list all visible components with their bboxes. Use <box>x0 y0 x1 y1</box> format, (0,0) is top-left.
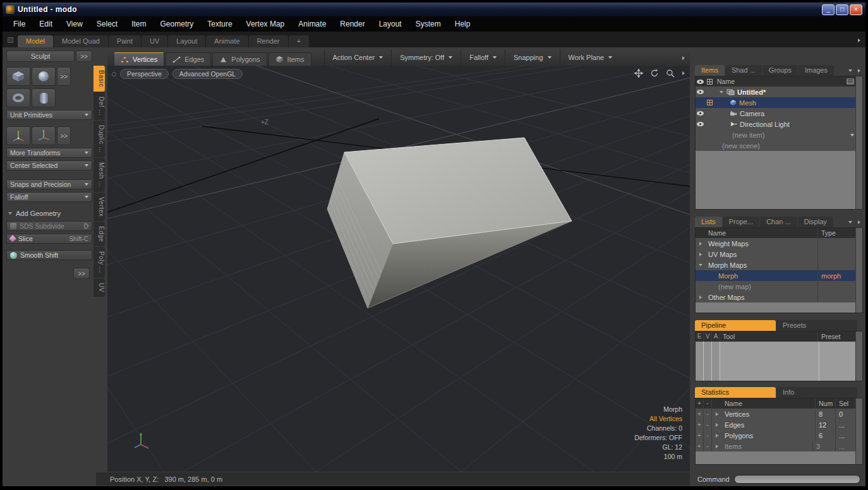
item-row-new-item[interactable]: (new item) <box>696 129 862 140</box>
menu-render[interactable]: Render <box>333 16 371 32</box>
chevron-down-icon[interactable] <box>850 134 854 136</box>
stat-add-button[interactable]: + <box>696 441 704 451</box>
tab-groups[interactable]: Groups <box>763 65 798 76</box>
stat-add-button[interactable]: + <box>696 419 704 430</box>
list-row-other-maps[interactable]: Other Maps <box>696 292 862 302</box>
expander-icon[interactable] <box>699 253 702 256</box>
tab-render[interactable]: Render <box>249 35 288 47</box>
toolbar-overflow-icon[interactable] <box>682 56 685 60</box>
panel-expand-icon[interactable] <box>858 69 860 73</box>
symmetry-dropdown[interactable]: Symmetry: Off <box>391 49 461 66</box>
tab-add[interactable]: + <box>289 35 309 47</box>
close-button[interactable]: × <box>850 4 862 15</box>
expander-icon[interactable] <box>699 264 702 266</box>
statistics-scrollbar[interactable] <box>855 398 862 464</box>
smooth-shift-button[interactable]: Smooth Shift <box>6 250 92 260</box>
panel-expand-icon[interactable] <box>858 220 860 224</box>
list-row-uv-maps[interactable]: UV Maps <box>696 249 862 260</box>
minimize-button[interactable]: _ <box>822 4 835 15</box>
expander-icon[interactable] <box>699 242 702 246</box>
vtab-edge[interactable]: Edge <box>93 222 105 246</box>
stat-row-vertices[interactable]: + - Vertices 8 0 <box>696 409 862 419</box>
tab-lists[interactable]: Lists <box>695 217 722 227</box>
tab-channels[interactable]: Chan ... <box>760 217 797 227</box>
tab-display[interactable]: Display <box>798 217 833 227</box>
rotate-tool-icon[interactable] <box>650 69 659 78</box>
falloff-dropdown[interactable]: Falloff <box>6 192 92 202</box>
tab-animate[interactable]: Animate <box>206 35 248 47</box>
list-row-morph[interactable]: Morph morph <box>696 270 862 281</box>
viewport-3d[interactable]: Perspective Advanced OpenGL +Z Morph All… <box>107 66 690 472</box>
menu-item[interactable]: Item <box>124 16 153 32</box>
expander-icon[interactable] <box>720 91 723 93</box>
mode-edges-button[interactable]: Edges <box>166 52 211 66</box>
command-input[interactable] <box>734 475 860 484</box>
stat-row-polygons[interactable]: + - Polygons 6 ... <box>696 430 862 441</box>
cylinder-primitive-button[interactable] <box>32 88 56 107</box>
zoom-tool-icon[interactable] <box>666 69 675 78</box>
list-row-weight-maps[interactable]: Weight Maps <box>696 238 862 249</box>
tabrow-handle-icon[interactable] <box>8 37 13 43</box>
item-row-mesh[interactable]: Mesh <box>696 97 862 108</box>
viewport-menu-arrow-icon[interactable] <box>682 71 685 75</box>
menu-system[interactable]: System <box>409 16 448 32</box>
items-scrollbar[interactable] <box>855 76 862 209</box>
vtab-mesh[interactable]: Mesh ... <box>93 158 105 192</box>
pipeline-scrollbar[interactable] <box>855 332 862 381</box>
menu-texture[interactable]: Texture <box>200 16 239 32</box>
item-filter-icon[interactable] <box>847 78 854 85</box>
item-row-directional-light[interactable]: Directional Light <box>696 119 862 129</box>
stat-add-button[interactable]: + <box>696 409 704 419</box>
tab-properties[interactable]: Prope... <box>723 217 760 227</box>
menu-view[interactable]: View <box>59 16 90 32</box>
eye-icon[interactable] <box>697 122 704 126</box>
vtab-vertex[interactable]: Vertex <box>93 193 105 221</box>
tab-model-quad[interactable]: Model Quad <box>54 35 108 47</box>
action-center-dropdown[interactable]: Action Center <box>324 49 392 66</box>
titlebar[interactable]: Untitled - modo _ □ × <box>3 3 865 16</box>
snaps-precision-dropdown[interactable]: Snaps and Precision <box>6 179 92 189</box>
vtab-polygon[interactable]: Poly ... <box>93 247 105 278</box>
render-enabled-icon[interactable] <box>707 100 713 105</box>
mode-polygons-button[interactable]: Polygons <box>212 52 267 66</box>
transform-move-button[interactable] <box>32 126 56 145</box>
list-row-morph-maps[interactable]: Morph Maps <box>696 260 862 270</box>
falloff-toolbar-dropdown[interactable]: Falloff <box>461 49 505 66</box>
panel-menu-icon[interactable] <box>848 69 852 72</box>
expander-icon[interactable] <box>716 434 718 438</box>
torus-primitive-button[interactable] <box>6 88 30 107</box>
expander-icon[interactable] <box>699 296 702 299</box>
maximize-button[interactable]: □ <box>836 4 848 15</box>
tab-info[interactable]: Info <box>776 387 857 398</box>
tab-items[interactable]: Items <box>695 65 725 76</box>
vtab-duplicate[interactable]: Duplic ... <box>93 121 105 157</box>
item-row-scene[interactable]: Untitled* <box>696 87 862 97</box>
item-row-new-scene[interactable]: (new scene) <box>696 140 862 151</box>
transform-axis-button[interactable] <box>6 126 30 145</box>
stat-row-edges[interactable]: + - Edges 12 ... <box>696 419 862 430</box>
stat-sub-button[interactable]: - <box>704 419 712 430</box>
eye-icon[interactable] <box>697 90 704 94</box>
menu-geometry[interactable]: Geometry <box>154 16 201 32</box>
tab-shaders[interactable]: Shad ... <box>725 65 762 76</box>
add-geometry-section[interactable]: Add Geometry <box>8 208 92 218</box>
expander-icon[interactable] <box>716 412 718 416</box>
unit-primitives-dropdown[interactable]: Unit Primitives <box>6 110 92 120</box>
vtab-uv[interactable]: UV <box>93 278 105 297</box>
stat-row-items[interactable]: + - Items 3 ... <box>696 441 862 451</box>
viewport-3d-canvas[interactable] <box>107 66 690 472</box>
sculpt-button[interactable]: Sculpt <box>6 51 75 62</box>
list-row-new-map[interactable]: (new map) <box>696 281 862 292</box>
cube-primitive-button[interactable] <box>6 67 30 86</box>
sculpt-more-button[interactable]: >> <box>76 51 92 62</box>
panel-menu-icon[interactable] <box>848 221 852 224</box>
menu-edit[interactable]: Edit <box>32 16 59 32</box>
menu-animate[interactable]: Animate <box>291 16 333 32</box>
tab-pipeline[interactable]: Pipeline <box>695 320 776 331</box>
expander-icon[interactable] <box>716 423 718 427</box>
expander-icon[interactable] <box>716 445 718 448</box>
viewport-menu-dot-icon[interactable] <box>112 72 116 76</box>
vtab-deform[interactable]: Def ... <box>93 92 105 120</box>
tabrow-overflow-icon[interactable] <box>858 39 860 42</box>
menu-layout[interactable]: Layout <box>372 16 409 32</box>
